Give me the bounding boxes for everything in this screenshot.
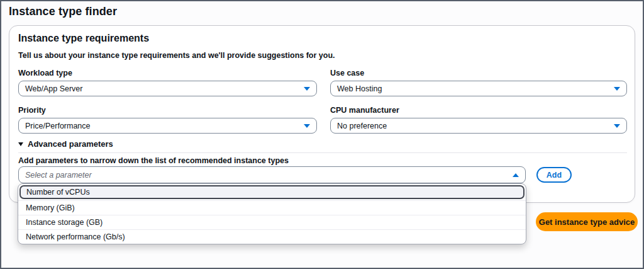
- instance-type-requirements-card: Instance type requirements Tell us about…: [9, 25, 635, 203]
- caret-down-icon: [614, 124, 620, 128]
- page-title: Instance type finder: [9, 5, 117, 18]
- card-description: Tell us about your instance type require…: [18, 51, 335, 60]
- add-button[interactable]: Add: [536, 167, 572, 183]
- caret-up-icon: [513, 173, 519, 177]
- dropdown-option-instance-storage[interactable]: Instance storage (GB): [18, 215, 526, 229]
- workload-type-select[interactable]: Web/App Server: [18, 81, 317, 96]
- dropdown-option-number-of-vcpus[interactable]: Number of vCPUs: [19, 185, 525, 199]
- priority-select[interactable]: Price/Performance: [18, 118, 317, 134]
- advanced-parameters-label: Advanced parameters: [28, 139, 113, 149]
- triangle-down-icon: [18, 142, 23, 146]
- parameter-dropdown-list: Number of vCPUs Memory (GiB) Instance st…: [18, 183, 526, 244]
- card-heading: Instance type requirements: [18, 33, 149, 44]
- parameter-select-placeholder: Select a parameter: [25, 171, 92, 180]
- use-case-value: Web Hosting: [337, 84, 382, 93]
- advanced-parameters-expander[interactable]: Advanced parameters: [18, 139, 113, 149]
- instance-type-finder-page: Instance type finder Instance type requi…: [0, 0, 644, 269]
- use-case-select[interactable]: Web Hosting: [330, 81, 627, 96]
- use-case-label: Use case: [330, 69, 364, 77]
- priority-label: Priority: [18, 106, 46, 115]
- parameter-select[interactable]: Select a parameter: [18, 166, 526, 183]
- dropdown-option-network-performance[interactable]: Network performance (Gb/s): [18, 229, 526, 244]
- get-instance-type-advice-button[interactable]: Get instance type advice: [536, 212, 638, 231]
- priority-value: Price/Performance: [25, 122, 91, 130]
- caret-down-icon: [614, 87, 620, 91]
- workload-type-label: Workload type: [18, 69, 72, 77]
- add-parameters-label: Add parameters to narrow down the list o…: [18, 156, 289, 165]
- workload-type-value: Web/App Server: [25, 84, 82, 93]
- section-divider: [18, 152, 627, 153]
- cpu-manufacturer-value: No preference: [337, 122, 387, 130]
- caret-down-icon: [304, 124, 310, 128]
- cpu-manufacturer-label: CPU manufacturer: [330, 106, 399, 115]
- dropdown-option-memory[interactable]: Memory (GiB): [18, 200, 526, 215]
- cpu-manufacturer-select[interactable]: No preference: [330, 118, 627, 134]
- caret-down-icon: [304, 87, 310, 91]
